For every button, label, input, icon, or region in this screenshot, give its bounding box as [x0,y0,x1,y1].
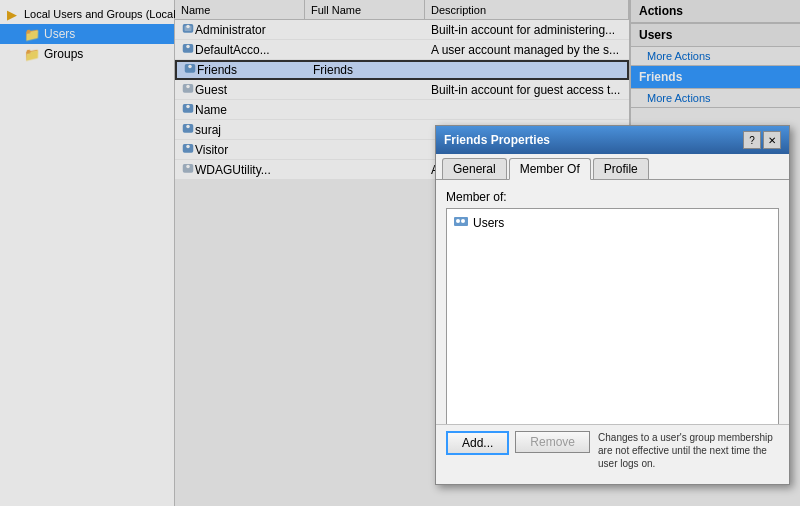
add-button[interactable]: Add... [446,431,509,455]
dialog-content: Member of: Users [436,180,789,438]
member-of-label: Member of: [446,190,779,204]
member-list-item[interactable]: Users [449,211,776,234]
svg-point-19 [461,219,465,223]
group-icon [453,213,469,232]
tab-member-of[interactable]: Member Of [509,158,591,180]
member-list[interactable]: Users [446,208,779,428]
tab-profile[interactable]: Profile [593,158,649,179]
dialog-titlebar: Friends Properties ? ✕ [436,126,789,154]
tab-general[interactable]: General [442,158,507,179]
friends-properties-dialog: Friends Properties ? ✕ General Member Of… [435,125,790,485]
close-button[interactable]: ✕ [763,131,781,149]
member-name: Users [473,216,504,230]
footer-note: Changes to a user's group membership are… [598,431,779,470]
help-button[interactable]: ? [743,131,761,149]
svg-point-18 [456,219,460,223]
remove-button[interactable]: Remove [515,431,590,453]
dialog-controls: ? ✕ [743,131,781,149]
dialog-footer: Add... Remove Changes to a user's group … [436,424,789,484]
footer-buttons: Add... Remove [446,431,590,455]
dialog-title: Friends Properties [444,133,550,147]
tab-bar: General Member Of Profile [436,154,789,180]
